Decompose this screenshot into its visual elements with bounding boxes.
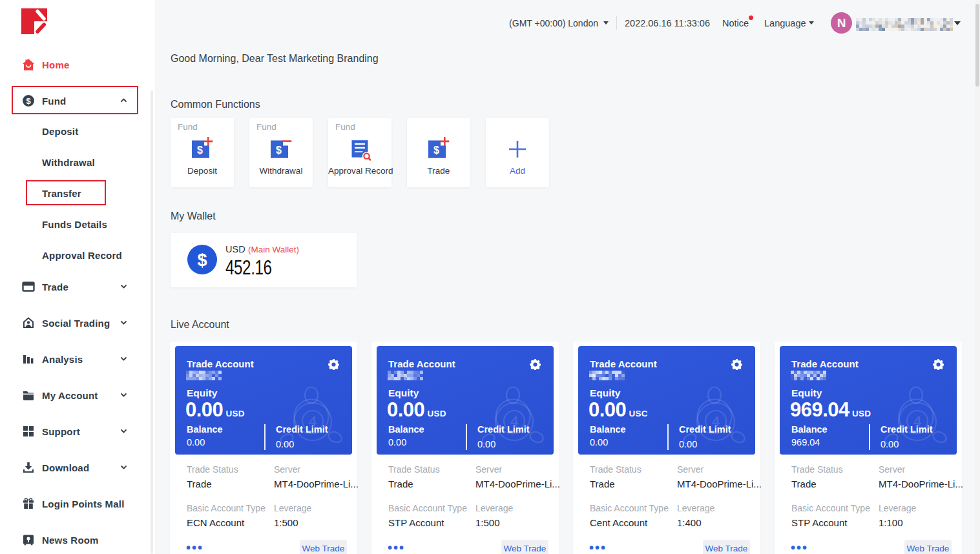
svg-text:$: $ (276, 145, 282, 156)
svg-text:$: $ (197, 145, 203, 156)
svg-text:$: $ (197, 251, 207, 270)
svg-text:$: $ (433, 145, 439, 156)
